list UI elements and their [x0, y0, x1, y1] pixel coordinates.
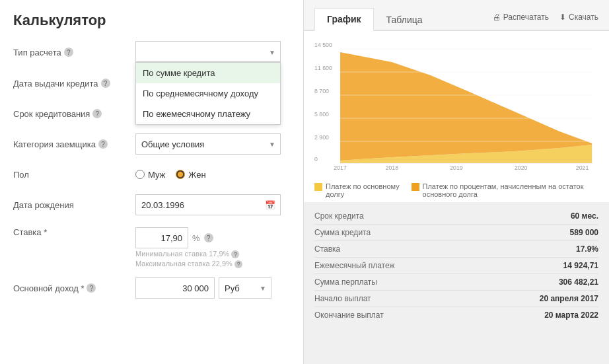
calc-type-dropdown-btn[interactable] — [135, 41, 281, 62]
svg-text:14 500: 14 500 — [314, 42, 332, 48]
dob-input[interactable] — [135, 194, 281, 215]
print-icon: 🖨 — [493, 13, 501, 22]
summary-table: Срок кредита 60 мес. Сумма кредита 589 0… — [304, 203, 609, 364]
summary-row: Начало выплат 20 апреля 2017 — [314, 291, 598, 307]
rate-help-icon[interactable]: ? — [204, 233, 213, 242]
gender-male-radio[interactable] — [135, 170, 145, 179]
loan-term-label: Срок кредитования ? — [13, 109, 135, 119]
summary-label: Ежемесячный платеж — [314, 261, 395, 270]
svg-text:11 600: 11 600 — [314, 65, 332, 71]
gender-male-text: Муж — [148, 170, 165, 180]
loan-date-label: Дата выдачи кредита ? — [13, 79, 135, 89]
rate-max-help-icon[interactable]: ? — [234, 260, 242, 268]
svg-text:5 800: 5 800 — [314, 111, 329, 118]
rate-wrapper: % ? — [135, 227, 290, 248]
calc-type-option-2[interactable]: По среднемесячному доходу — [136, 83, 280, 104]
borrower-cat-dropdown-btn[interactable]: Общие условия — [135, 133, 281, 155]
download-btn[interactable]: ⬇ Скачать — [559, 13, 598, 22]
summary-label: Сумма кредита — [314, 228, 371, 237]
summary-value: 306 482,21 — [559, 277, 598, 287]
left-panel: Калькулятор Тип расчета ? ▼ По сумме кре… — [0, 0, 304, 364]
rate-input[interactable] — [135, 227, 188, 248]
gender-label: Пол — [13, 170, 135, 180]
print-btn[interactable]: 🖨 Распечатать — [493, 13, 549, 22]
tabs-left: График Таблица — [314, 7, 435, 30]
summary-row: Сумма перплаты 306 482,21 — [314, 274, 598, 291]
chart-svg: 14 500 11 600 8 700 5 800 2 900 0 2017 2… — [314, 39, 598, 171]
svg-text:2019: 2019 — [450, 164, 463, 171]
borrower-cat-help-icon[interactable]: ? — [98, 139, 108, 149]
income-help-icon[interactable]: ? — [87, 283, 96, 293]
summary-row: Ставка 17.9% — [314, 241, 598, 258]
right-panel: График Таблица 🖨 Распечатать ⬇ Скачать 1… — [304, 0, 609, 364]
currency-dropdown[interactable]: Руб ▼ — [219, 277, 271, 299]
legend-item-interest: Платеж по процентам, начисленным на оста… — [412, 182, 598, 198]
svg-text:2018: 2018 — [386, 164, 399, 171]
legend-color-interest — [412, 183, 419, 191]
rate-max-info: Максимальная ставка 22,9% ? — [135, 260, 290, 268]
dob-label: Дата рождения — [13, 200, 135, 210]
chart-legend: Платеж по основному долгу Платеж по проц… — [304, 178, 609, 203]
chart-interest-area — [340, 52, 592, 161]
gender-control: Муж Жен — [135, 170, 290, 180]
income-label: Основной доход * ? — [13, 283, 135, 293]
gender-male-label[interactable]: Муж — [135, 170, 165, 180]
summary-value: 20 марта 2022 — [544, 310, 598, 320]
borrower-cat-control: Общие условия ▼ — [135, 133, 290, 155]
summary-value: 60 мес. — [571, 211, 598, 221]
download-label: Скачать — [569, 13, 598, 22]
gender-female-label[interactable]: Жен — [176, 170, 205, 180]
calc-type-control: ▼ По сумме кредита По среднемесячному до… — [135, 41, 290, 63]
tab-graph[interactable]: График — [314, 8, 374, 31]
tab-table[interactable]: Таблица — [374, 8, 435, 31]
currency-dropdown-btn[interactable]: Руб — [219, 277, 271, 299]
svg-text:2020: 2020 — [515, 164, 528, 171]
legend-item-principal: Платеж по основному долгу — [314, 182, 401, 198]
summary-label: Окончание выплат — [314, 310, 384, 320]
rate-row: Ставка * % ? Минимальная ставка 17,9% ? … — [13, 225, 290, 268]
loan-date-help-icon[interactable]: ? — [101, 79, 110, 88]
print-label: Распечатать — [503, 13, 549, 22]
summary-label: Срок кредита — [314, 211, 364, 221]
borrower-cat-row: Категория заемщика ? Общие условия ▼ — [13, 133, 290, 155]
income-input[interactable] — [135, 277, 215, 299]
summary-row: Сумма кредита 589 000 — [314, 225, 598, 241]
rate-min-help-icon[interactable]: ? — [231, 250, 239, 258]
svg-text:2017: 2017 — [334, 164, 347, 171]
summary-label: Начало выплат — [314, 294, 371, 303]
income-row: Основной доход * ? Руб ▼ — [13, 277, 290, 299]
gender-row: Пол Муж Жен — [13, 164, 290, 185]
rate-min-info: Минимальная ставка 17,9% ? — [135, 250, 290, 258]
gender-female-radio[interactable] — [176, 170, 185, 179]
svg-text:0: 0 — [314, 156, 318, 163]
legend-color-principal — [314, 183, 322, 191]
summary-label: Ставка — [314, 244, 340, 254]
gender-female-text: Жен — [188, 170, 205, 180]
borrower-cat-dropdown[interactable]: Общие условия ▼ — [135, 133, 281, 155]
svg-text:2021: 2021 — [576, 164, 589, 171]
dob-row: Дата рождения 📅 — [13, 194, 290, 215]
svg-text:8 700: 8 700 — [314, 88, 329, 94]
summary-row: Ежемесячный платеж 14 924,71 — [314, 258, 598, 274]
tabs-row: График Таблица 🖨 Распечатать ⬇ Скачать — [304, 0, 609, 31]
summary-value: 17.9% — [576, 244, 598, 254]
calc-type-dropdown[interactable]: ▼ По сумме кредита По среднемесячному до… — [135, 41, 281, 63]
calc-type-option-1[interactable]: По сумме кредита — [136, 63, 280, 83]
calc-type-label: Тип расчета ? — [13, 48, 135, 57]
loan-term-help-icon[interactable]: ? — [92, 109, 102, 118]
calc-type-option-3[interactable]: По ежемесячному платежу — [136, 104, 280, 124]
calendar-icon: 📅 — [265, 200, 275, 210]
svg-text:2 900: 2 900 — [314, 134, 329, 141]
rate-min-text: Минимальная ставка 17,9% — [135, 250, 229, 258]
calc-type-dropdown-menu: По сумме кредита По среднемесячному дохо… — [135, 62, 281, 125]
summary-value: 14 924,71 — [563, 261, 598, 270]
download-icon: ⬇ — [559, 13, 566, 22]
summary-value: 20 апреля 2017 — [540, 294, 598, 303]
tabs-right: 🖨 Распечатать ⬇ Скачать — [493, 13, 598, 24]
summary-row: Окончание выплат 20 марта 2022 — [314, 307, 598, 323]
income-wrapper: Руб ▼ — [135, 277, 290, 299]
income-control: Руб ▼ — [135, 277, 290, 299]
rate-label: Ставка * — [13, 227, 135, 237]
calc-type-help-icon[interactable]: ? — [64, 48, 73, 57]
page-title: Калькулятор — [13, 12, 290, 29]
